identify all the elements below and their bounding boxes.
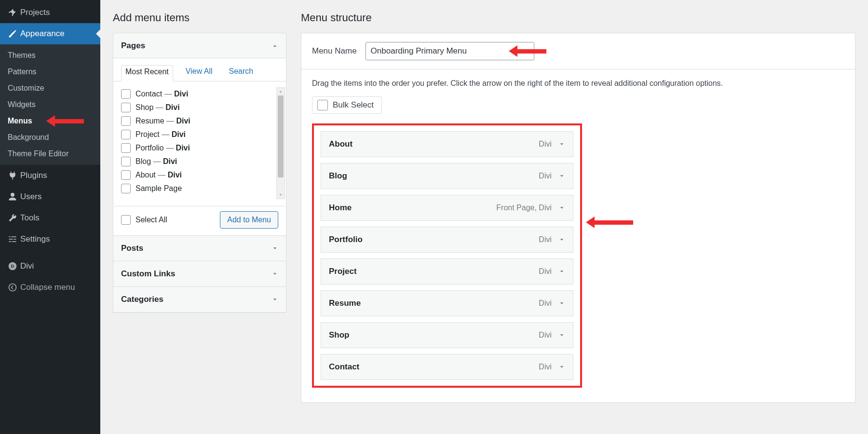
- add-menu-items-column: Add menu items Pages Most Recent View Al…: [113, 0, 286, 403]
- chevron-up-icon: [271, 42, 278, 49]
- collapse-icon: [8, 283, 20, 292]
- pages-metabox-toggle[interactable]: Pages: [113, 33, 286, 58]
- sliders-icon: [8, 234, 20, 244]
- scroll-up-icon: [277, 88, 285, 95]
- select-all-label: Select All: [136, 216, 167, 224]
- menu-item-type: Divi: [539, 267, 552, 276]
- chevron-down-icon[interactable]: [558, 236, 565, 243]
- svg-text:D: D: [11, 264, 14, 269]
- menu-item-resume[interactable]: Resume Divi: [321, 290, 573, 316]
- menu-items-box: About Divi Blog Divi H: [312, 123, 582, 388]
- page-checkbox-sample-page[interactable]: Sample Page: [121, 182, 285, 195]
- checklist-scrollbar[interactable]: [276, 87, 285, 199]
- select-all-checkbox[interactable]: Select All: [121, 215, 167, 225]
- tab-view-all[interactable]: View All: [182, 65, 217, 81]
- collapse-menu-button[interactable]: Collapse menu: [0, 277, 100, 298]
- custom-links-metabox: Custom Links: [113, 261, 286, 287]
- sidebar-item-settings[interactable]: Settings: [0, 229, 100, 250]
- page-checkbox-blog[interactable]: Blog — Divi: [121, 155, 285, 168]
- sidebar-item-projects[interactable]: Projects: [0, 2, 100, 23]
- chevron-down-icon[interactable]: [558, 173, 565, 179]
- chevron-down-icon: [271, 271, 278, 277]
- chevron-down-icon[interactable]: [558, 300, 565, 307]
- menu-item-name: Project: [329, 267, 357, 276]
- sidebar-item-label: Divi: [20, 261, 34, 271]
- chevron-down-icon[interactable]: [558, 268, 565, 275]
- admin-sidebar: Projects Appearance Themes Patterns Cust…: [0, 0, 100, 434]
- chevron-down-icon[interactable]: [558, 204, 565, 211]
- page-checkbox-resume[interactable]: Resume — Divi: [121, 114, 285, 128]
- tab-search[interactable]: Search: [225, 65, 258, 81]
- sidebar-item-label: Tools: [20, 213, 40, 223]
- categories-metabox-toggle[interactable]: Categories: [113, 287, 286, 312]
- page-checkbox-shop[interactable]: Shop — Divi: [121, 101, 285, 114]
- menu-item-name: Resume: [329, 298, 361, 308]
- menu-item-type: Divi: [539, 363, 552, 371]
- sidebar-item-tools[interactable]: Tools: [0, 207, 100, 229]
- sidebar-item-plugins[interactable]: Plugins: [0, 165, 100, 186]
- menu-item-type: Front Page, Divi: [496, 203, 552, 212]
- menu-item-name: Portfolio: [329, 235, 363, 244]
- checkbox-icon: [121, 184, 131, 193]
- menu-item-contact[interactable]: Contact Divi: [321, 354, 573, 380]
- brush-icon: [8, 29, 20, 39]
- chevron-down-icon: [271, 296, 278, 303]
- page-checkbox-contact[interactable]: Contact — Divi: [121, 87, 285, 101]
- sidebar-subitem-patterns[interactable]: Patterns: [0, 64, 100, 80]
- menu-name-label: Menu Name: [312, 46, 357, 56]
- annotation-arrow-icon: [46, 115, 84, 127]
- menu-name-input[interactable]: [366, 42, 534, 60]
- pages-tabs: Most Recent View All Search: [113, 58, 286, 81]
- structure-instructions: Drag the items into the order you prefer…: [312, 79, 844, 88]
- scrollbar-thumb[interactable]: [278, 95, 284, 177]
- sidebar-subitem-customize[interactable]: Customize: [0, 80, 100, 96]
- chevron-down-icon[interactable]: [558, 141, 565, 148]
- menu-item-type: Divi: [539, 140, 552, 149]
- checkbox-icon: [121, 157, 131, 166]
- metabox-heading: Categories: [121, 295, 163, 304]
- menu-item-type: Divi: [539, 172, 552, 180]
- menu-item-name: Home: [329, 203, 352, 213]
- chevron-down-icon[interactable]: [558, 364, 565, 370]
- svg-point-2: [9, 284, 16, 291]
- menu-item-blog[interactable]: Blog Divi: [321, 163, 573, 189]
- pages-metabox: Pages Most Recent View All Search: [113, 33, 286, 236]
- custom-links-metabox-toggle[interactable]: Custom Links: [113, 261, 286, 286]
- plug-icon: [8, 171, 20, 180]
- page-checkbox-portfolio[interactable]: Portfolio — Divi: [121, 141, 285, 155]
- posts-metabox-toggle[interactable]: Posts: [113, 236, 286, 261]
- sidebar-item-appearance[interactable]: Appearance: [0, 23, 100, 44]
- sidebar-item-users[interactable]: Users: [0, 186, 100, 207]
- menu-name-row: Menu Name: [301, 33, 855, 69]
- checkbox-icon: [317, 100, 328, 110]
- chevron-down-icon[interactable]: [558, 332, 565, 339]
- menu-item-name: Shop: [329, 330, 350, 340]
- sidebar-subitem-background[interactable]: Background: [0, 129, 100, 146]
- sidebar-subitem-theme-file-editor[interactable]: Theme File Editor: [0, 146, 100, 162]
- divi-icon: D: [8, 261, 20, 271]
- checkbox-icon: [121, 143, 131, 153]
- sidebar-subitem-menus[interactable]: Menus: [0, 113, 100, 129]
- tab-most-recent[interactable]: Most Recent: [121, 65, 173, 81]
- menu-item-name: Blog: [329, 171, 347, 181]
- menu-structure-body: Drag the items into the order you prefer…: [301, 69, 855, 403]
- page-checkbox-about[interactable]: About — Divi: [121, 168, 285, 182]
- sidebar-subitem-themes[interactable]: Themes: [0, 47, 100, 64]
- metabox-heading: Posts: [121, 244, 143, 253]
- menu-item-about[interactable]: About Divi: [321, 131, 573, 157]
- menu-item-shop[interactable]: Shop Divi: [321, 322, 573, 348]
- checkbox-icon: [121, 103, 131, 112]
- menu-item-project[interactable]: Project Divi: [321, 258, 573, 285]
- sidebar-item-divi[interactable]: D Divi: [0, 256, 100, 277]
- sidebar-item-label: Plugins: [20, 171, 47, 180]
- menu-item-home[interactable]: Home Front Page, Divi: [321, 195, 573, 221]
- posts-metabox: Posts: [113, 236, 286, 261]
- bulk-select-button[interactable]: Bulk Select: [312, 96, 382, 114]
- menu-item-type: Divi: [539, 331, 552, 339]
- page-checkbox-project[interactable]: Project — Divi: [121, 128, 285, 141]
- menu-item-portfolio[interactable]: Portfolio Divi: [321, 227, 573, 253]
- menu-item-name: Contact: [329, 362, 359, 372]
- sidebar-subitem-widgets[interactable]: Widgets: [0, 96, 100, 113]
- sidebar-item-label: Projects: [20, 8, 50, 17]
- add-to-menu-button[interactable]: Add to Menu: [220, 211, 278, 229]
